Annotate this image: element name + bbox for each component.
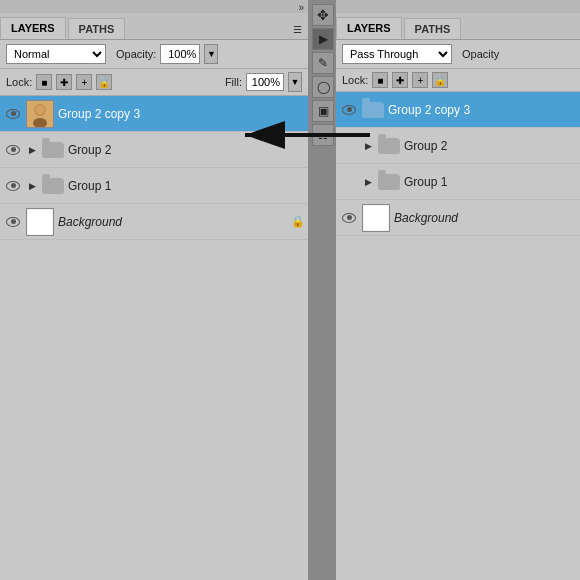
lock-label-right: Lock: xyxy=(342,74,368,86)
opacity-arrow-left[interactable]: ▼ xyxy=(204,44,218,64)
layer-row-group2copy3-left[interactable]: Group 2 copy 3 xyxy=(0,96,308,132)
tab-paths-right[interactable]: PATHS xyxy=(404,18,462,39)
toolbar-btn-move[interactable]: ✥ xyxy=(312,4,334,26)
blend-mode-row-right: Pass Through Opacity xyxy=(336,40,580,69)
right-layers-panel: « LAYERS PATHS ☰ Pass Through Opacity Lo… xyxy=(336,0,580,580)
lock-move-icon-right[interactable]: + xyxy=(412,72,428,88)
lock-position-icon[interactable]: ✚ xyxy=(56,74,72,90)
lock-badge-background-left: 🔒 xyxy=(292,215,304,229)
toolbar-btn-active[interactable]: ▶ xyxy=(312,28,334,50)
folder-group2-right xyxy=(378,138,400,154)
expand-group1-left[interactable]: ▶ xyxy=(26,180,38,192)
svg-point-1 xyxy=(33,118,47,127)
layer-name-background-right: Background xyxy=(394,211,580,225)
svg-point-2 xyxy=(36,106,44,114)
toolbar-btn-rect[interactable]: ▣ xyxy=(312,100,334,122)
tab-layers-right[interactable]: LAYERS xyxy=(336,17,402,39)
toolbar-btn-brush[interactable]: ✎ xyxy=(312,52,334,74)
right-tabs-row: LAYERS PATHS ☰ xyxy=(336,13,580,40)
layer-name-background-left: Background xyxy=(58,215,288,229)
lock-all-icon-right[interactable]: 🔒 xyxy=(432,72,448,88)
lock-label-left: Lock: xyxy=(6,76,32,88)
layer-row-group2copy3-right[interactable]: Group 2 copy 3 xyxy=(336,92,580,128)
toolbar-btn-circle[interactable]: ◯ xyxy=(312,76,334,98)
lock-move-icon[interactable]: + xyxy=(76,74,92,90)
eye-icon-group2copy3-left[interactable] xyxy=(4,105,22,123)
layer-row-group2-right[interactable]: ▶ Group 2 xyxy=(336,128,580,164)
layer-row-group1-left[interactable]: ▶ Group 1 xyxy=(0,168,308,204)
layer-row-group1-right[interactable]: ▶ Group 1 xyxy=(336,164,580,200)
layer-name-group1-right: Group 1 xyxy=(404,175,580,189)
fill-label-left: Fill: xyxy=(225,76,242,88)
opacity-label-left: Opacity: xyxy=(116,48,156,60)
opacity-label-right: Opacity xyxy=(462,48,499,60)
blend-mode-row-left: Normal Opacity: ▼ xyxy=(0,40,308,69)
layer-row-group2-left[interactable]: ▶ Group 2 xyxy=(0,132,308,168)
lock-position-icon-right[interactable]: ✚ xyxy=(392,72,408,88)
expand-group2-right[interactable]: ▶ xyxy=(362,140,374,152)
eye-icon-group2-left[interactable] xyxy=(4,141,22,159)
layer-thumb-background-right xyxy=(362,204,390,232)
layers-list-right: Group 2 copy 3 ▶ Group 2 ▶ Group 1 xyxy=(336,92,580,580)
fill-input-left[interactable] xyxy=(246,73,284,91)
layer-name-group2-right: Group 2 xyxy=(404,139,580,153)
lock-fill-row-left: Lock: ■ ✚ + 🔒 Fill: ▼ xyxy=(0,69,308,96)
eye-icon-background-right[interactable] xyxy=(340,209,358,227)
folder-group1-left xyxy=(42,178,64,194)
layer-row-background-left[interactable]: Background 🔒 xyxy=(0,204,308,240)
layer-name-group2copy3-left: Group 2 copy 3 xyxy=(58,107,304,121)
folder-group2-left xyxy=(42,142,64,158)
fill-arrow-left[interactable]: ▼ xyxy=(288,72,302,92)
blend-mode-select-left[interactable]: Normal xyxy=(6,44,106,64)
lock-fill-row-right: Lock: ■ ✚ + 🔒 Fi... xyxy=(336,69,580,92)
layer-thumb-background-left xyxy=(26,208,54,236)
left-layers-panel: » LAYERS PATHS ☰ Normal Opacity: ▼ Lock:… xyxy=(0,0,310,580)
left-panel-collapse: » xyxy=(0,0,308,13)
layer-name-group2-left: Group 2 xyxy=(68,143,304,157)
layer-name-group2copy3-right: Group 2 copy 3 xyxy=(388,103,580,117)
eye-icon-background-left[interactable] xyxy=(4,213,22,231)
eye-icon-group1-left[interactable] xyxy=(4,177,22,195)
collapse-arrow-left[interactable]: » xyxy=(298,2,304,13)
tab-paths-left[interactable]: PATHS xyxy=(68,18,126,39)
eye-icon-group2copy3-right[interactable] xyxy=(340,101,358,119)
folder-group2copy3-right xyxy=(362,102,384,118)
layer-name-group1-left: Group 1 xyxy=(68,179,304,193)
tab-layers-left[interactable]: LAYERS xyxy=(0,17,66,39)
expand-group1-right[interactable]: ▶ xyxy=(362,176,374,188)
svg-rect-4 xyxy=(363,205,389,231)
lock-pixels-icon[interactable]: ■ xyxy=(36,74,52,90)
lock-pixels-icon-right[interactable]: ■ xyxy=(372,72,388,88)
panel-options-left[interactable]: ☰ xyxy=(287,20,308,39)
opacity-input-left[interactable] xyxy=(160,44,200,64)
layer-row-background-right[interactable]: Background xyxy=(336,200,580,236)
toolbar-btn-layers-icon[interactable]: ⚋ xyxy=(312,124,334,146)
layers-list-left: Group 2 copy 3 ▶ Group 2 ▶ Group 1 xyxy=(0,96,308,580)
left-tabs-row: LAYERS PATHS ☰ xyxy=(0,13,308,40)
svg-rect-3 xyxy=(27,209,53,235)
folder-group1-right xyxy=(378,174,400,190)
blend-mode-select-right[interactable]: Pass Through xyxy=(342,44,452,64)
right-panel-collapse: « xyxy=(336,0,580,13)
middle-toolbar: ✥ ▶ ✎ ◯ ▣ ⚋ xyxy=(310,0,336,580)
lock-all-icon[interactable]: 🔒 xyxy=(96,74,112,90)
layer-thumb-group2copy3-left xyxy=(26,100,54,128)
expand-group2-left[interactable]: ▶ xyxy=(26,144,38,156)
